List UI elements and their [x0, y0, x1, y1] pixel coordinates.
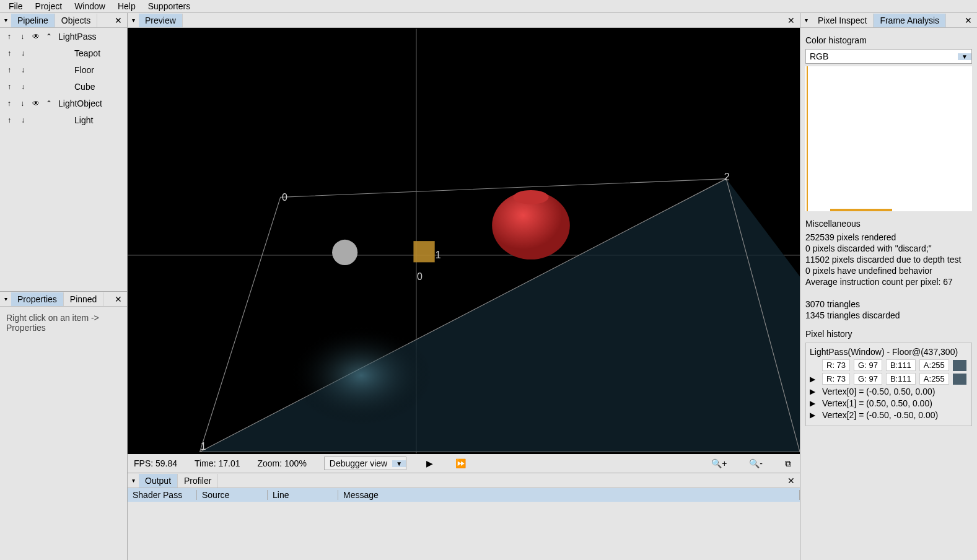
close-icon[interactable]: ✕	[110, 294, 127, 304]
tab-properties[interactable]: Properties	[11, 292, 64, 306]
tree-control-icon[interactable]: ↑	[5, 99, 14, 108]
zoom-label: Zoom: 100%	[257, 458, 306, 468]
collapse-icon[interactable]: ▾	[128, 477, 139, 484]
play-icon[interactable]: ▶	[424, 458, 436, 468]
play-icon[interactable]: ▶	[810, 375, 818, 383]
menu-help[interactable]: Help	[112, 0, 142, 12]
misc-stat: 1345 triangles discarded	[805, 310, 972, 320]
col-shader-pass[interactable]: Shader Pass	[128, 490, 197, 500]
color-value: R: 73	[822, 359, 850, 371]
collapse-icon[interactable]: ▾	[128, 17, 139, 24]
col-line[interactable]: Line	[268, 490, 338, 500]
col-source[interactable]: Source	[197, 490, 268, 500]
color-value: G: 97	[854, 359, 882, 371]
histogram-title: Color histogram	[805, 35, 972, 45]
pipeline-tree: ↑↓👁⌃LightPass↑↓Teapot↑↓Floor↑↓Cube↑↓👁⌃Li…	[0, 28, 127, 291]
inspect-header: ▾ Pixel Inspect Frame Analysis ✕	[800, 13, 977, 28]
tree-row[interactable]: ↑↓👁⌃LightObject	[0, 95, 127, 112]
tree-control-icon[interactable]: ⌃	[45, 32, 54, 41]
tab-preview[interactable]: Preview	[139, 14, 183, 27]
collapse-icon[interactable]: ▾	[800, 17, 812, 24]
tree-control-icon[interactable]: 👁	[32, 99, 40, 108]
zoom-out-icon[interactable]: 🔍-	[747, 458, 765, 468]
svg-text:0: 0	[417, 271, 423, 282]
tree-label: Teapot	[53, 48, 100, 58]
tree-row[interactable]: ↑↓Floor	[0, 61, 127, 78]
tab-profiler[interactable]: Profiler	[178, 474, 218, 488]
svg-point-5	[291, 326, 432, 425]
tree-control-icon[interactable]: ↓	[19, 116, 27, 125]
tree-control-icon[interactable]: ↓	[19, 49, 27, 58]
histogram-mode-dropdown[interactable]: RGB▼	[805, 49, 972, 64]
menu-project[interactable]: Project	[29, 0, 69, 12]
color-value: B:111	[886, 359, 916, 371]
tree-label: LightObject	[53, 98, 102, 108]
zoom-in-icon[interactable]: 🔍+	[709, 458, 729, 468]
tree-row[interactable]: ↑↓Cube	[0, 78, 127, 95]
fast-forward-icon[interactable]: ⏩	[453, 458, 468, 468]
color-value: R: 73	[822, 373, 850, 385]
menubar: File Project Window Help Supporters	[0, 0, 977, 13]
tab-objects[interactable]: Objects	[55, 14, 97, 27]
tree-control-icon[interactable]: ↓	[19, 99, 27, 108]
play-icon[interactable]: ▶	[810, 399, 818, 408]
tree-control-icon[interactable]: 👁	[32, 32, 40, 41]
vertex-label: Vertex[2] = (-0.50, -0.50, 0.00)	[822, 410, 938, 420]
tree-control-icon[interactable]: ⌃	[45, 99, 54, 108]
tree-control-icon[interactable]: ↑	[5, 32, 14, 41]
tree-row[interactable]: ↑↓Teapot	[0, 45, 127, 61]
fps-label: FPS: 59.84	[134, 458, 177, 468]
collapse-icon[interactable]: ▾	[0, 295, 11, 302]
tab-pixel-inspect[interactable]: Pixel Inspect	[812, 14, 874, 27]
color-value: A:255	[919, 373, 949, 385]
tree-control-icon[interactable]: ↓	[19, 66, 27, 74]
tab-pipeline[interactable]: Pipeline	[11, 14, 55, 27]
misc-stat: 11502 pixels discarded due to depth test	[805, 255, 972, 265]
tree-control-icon[interactable]: ↑	[5, 116, 14, 125]
play-icon[interactable]: ▶	[810, 411, 818, 419]
color-value: A:255	[919, 359, 949, 371]
debugger-view-dropdown[interactable]: Debugger view▼	[324, 457, 406, 470]
menu-supporters[interactable]: Supporters	[142, 0, 196, 12]
tab-frame-analysis[interactable]: Frame Analysis	[874, 14, 946, 27]
collapse-icon[interactable]: ▾	[0, 17, 11, 24]
menu-file[interactable]: File	[2, 0, 29, 12]
tab-pinned[interactable]: Pinned	[64, 292, 104, 306]
col-message[interactable]: Message	[338, 490, 800, 500]
close-icon[interactable]: ✕	[782, 476, 800, 486]
pipeline-header: ▾ Pipeline Objects ✕	[0, 13, 127, 28]
preview-status-bar: FPS: 59.84 Time: 17.01 Zoom: 100% Debugg…	[128, 454, 800, 473]
misc-stat	[805, 288, 972, 298]
menu-window[interactable]: Window	[68, 0, 112, 12]
misc-stat: 0 pixels discarded with "discard;"	[805, 243, 972, 253]
misc-title: Miscellaneous	[805, 219, 972, 229]
tree-control-icon[interactable]: ↓	[19, 32, 27, 41]
tree-control-icon[interactable]: ↑	[5, 49, 14, 58]
tree-control-icon[interactable]: ↓	[19, 82, 27, 91]
svg-text:1: 1	[436, 250, 441, 260]
svg-text:2: 2	[724, 172, 730, 182]
svg-point-6	[332, 240, 357, 265]
vertex-label: Vertex[0] = (-0.50, 0.50, 0.00)	[822, 387, 935, 396]
close-icon[interactable]: ✕	[110, 15, 127, 25]
play-icon[interactable]: ▶	[810, 387, 818, 396]
vertex-row: ▶Vertex[2] = (-0.50, -0.50, 0.00)	[810, 410, 968, 420]
viewport[interactable]: 0 0 1 2 1	[128, 28, 800, 454]
tree-control-icon[interactable]: ↑	[5, 66, 14, 74]
color-histogram	[805, 66, 972, 211]
color-value: B:111	[886, 373, 916, 385]
vertex-row: ▶Vertex[0] = (-0.50, 0.50, 0.00)	[810, 387, 968, 396]
tree-label: Floor	[53, 65, 94, 75]
output-header: ▾ Output Profiler ✕	[128, 473, 800, 488]
popout-icon[interactable]: ⧉	[782, 458, 794, 469]
misc-stat: Average instruction count per pixel: 67	[805, 277, 972, 287]
tree-row[interactable]: ↑↓Light	[0, 112, 127, 128]
close-icon[interactable]: ✕	[960, 15, 977, 25]
color-swatch	[953, 360, 966, 371]
vertex-row: ▶Vertex[1] = (0.50, 0.50, 0.00)	[810, 398, 968, 408]
close-icon[interactable]: ✕	[782, 15, 800, 25]
tab-output[interactable]: Output	[139, 474, 178, 488]
pixel-history-title: Pixel history	[805, 329, 972, 339]
tree-row[interactable]: ↑↓👁⌃LightPass	[0, 28, 127, 45]
tree-control-icon[interactable]: ↑	[5, 82, 14, 91]
